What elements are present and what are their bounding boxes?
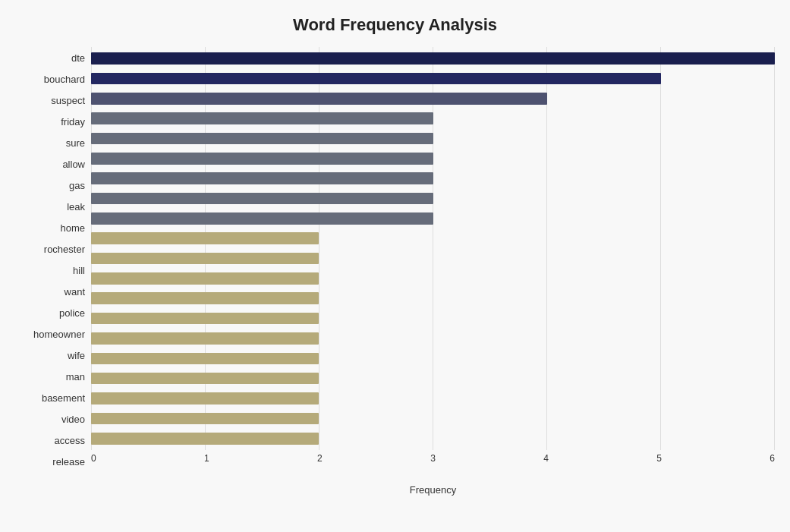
bar [91,193,433,205]
y-label: friday [61,117,85,127]
y-label: man [66,372,85,382]
x-tick: 1 [204,453,209,464]
chart-area: dtebouchardsuspectfridaysureallowgasleak… [15,47,775,473]
y-label: hill [73,266,85,275]
bar [91,332,319,345]
y-label: video [61,414,85,424]
bar-row [91,89,775,109]
bar-row [91,228,775,248]
bar [91,433,319,445]
bar [91,373,319,385]
bar [91,313,319,325]
y-axis: dtebouchardsuspectfridaysureallowgasleak… [15,47,91,473]
bar [91,392,319,405]
chart-container: Word Frequency Analysis dtebouchardsuspe… [0,0,790,532]
y-label: release [52,457,85,467]
x-tick: 3 [430,453,436,464]
bar [91,413,319,425]
bar-row [91,389,775,408]
y-label: suspect [51,96,85,105]
bar-row [91,68,775,88]
bar [91,172,433,184]
bar [91,112,433,124]
y-label: want [65,287,85,297]
bar [91,153,433,165]
y-label: sure [66,138,85,148]
y-label: basement [42,393,85,403]
bar [91,73,661,85]
bar [91,133,433,145]
chart-title: Word Frequency Analysis [15,15,775,35]
bar-row [91,49,775,68]
y-label: dte [71,53,85,63]
bars-wrapper [91,47,775,450]
y-label: rochester [44,244,85,254]
y-label: access [55,436,85,445]
bar-row [91,109,775,128]
y-label: homeowner [33,329,85,339]
bar-row [91,429,775,449]
bar-row [91,128,775,148]
x-tick: 6 [770,453,775,464]
y-label: wife [68,351,85,360]
bar-row [91,168,775,188]
y-label: leak [67,202,85,212]
bar-row [91,348,775,368]
x-tick: 5 [656,453,662,464]
bar-row [91,188,775,208]
x-tick: 2 [317,453,323,464]
y-label: allow [62,159,85,169]
bar-row [91,369,775,389]
bar [91,253,319,265]
bar-row [91,288,775,308]
y-label: gas [69,181,85,190]
bar-row [91,329,775,348]
bar-row [91,209,775,228]
bar [91,212,433,225]
x-axis-label: Frequency [410,484,456,496]
y-label: bouchard [44,74,85,84]
x-tick: 0 [91,453,96,464]
bar-row [91,248,775,268]
bar-row [91,149,775,168]
bar [91,353,319,365]
x-axis: 0123456Frequency [91,450,775,473]
x-tick: 4 [543,453,549,464]
bar-row [91,408,775,428]
bar [91,232,319,244]
bar [91,272,319,285]
bars-area: 0123456Frequency [91,47,775,473]
bar-row [91,269,775,288]
y-label: police [59,308,85,318]
bar [91,292,319,304]
bar-row [91,308,775,328]
bar [91,93,547,105]
y-label: home [60,223,85,233]
bar [91,52,775,65]
